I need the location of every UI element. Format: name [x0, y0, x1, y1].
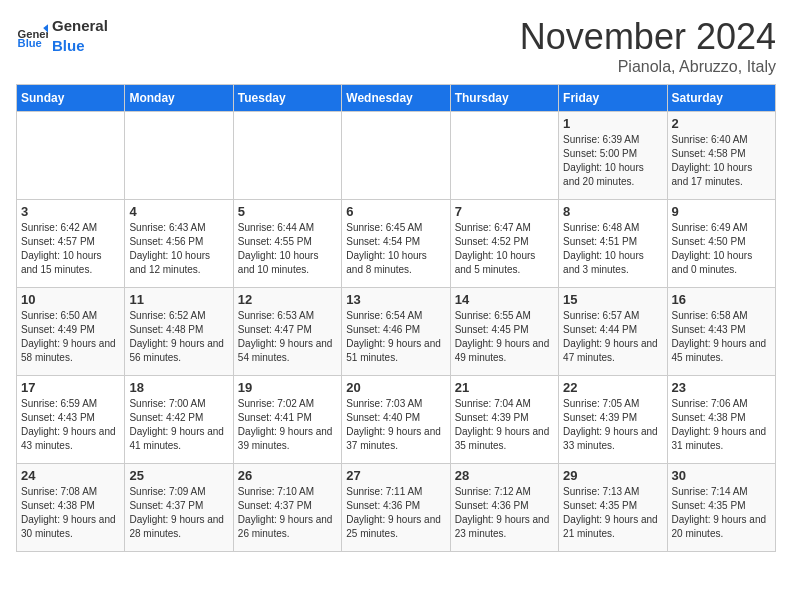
calendar-cell: 28Sunrise: 7:12 AM Sunset: 4:36 PM Dayli… [450, 464, 558, 552]
day-number: 24 [21, 468, 120, 483]
calendar-header-row: SundayMondayTuesdayWednesdayThursdayFrid… [17, 85, 776, 112]
calendar-cell [125, 112, 233, 200]
calendar-week-1: 1Sunrise: 6:39 AM Sunset: 5:00 PM Daylig… [17, 112, 776, 200]
day-info: Sunrise: 7:06 AM Sunset: 4:38 PM Dayligh… [672, 397, 771, 453]
day-info: Sunrise: 7:12 AM Sunset: 4:36 PM Dayligh… [455, 485, 554, 541]
calendar-cell: 29Sunrise: 7:13 AM Sunset: 4:35 PM Dayli… [559, 464, 667, 552]
calendar-cell: 26Sunrise: 7:10 AM Sunset: 4:37 PM Dayli… [233, 464, 341, 552]
calendar-cell: 8Sunrise: 6:48 AM Sunset: 4:51 PM Daylig… [559, 200, 667, 288]
day-number: 28 [455, 468, 554, 483]
calendar-cell: 20Sunrise: 7:03 AM Sunset: 4:40 PM Dayli… [342, 376, 450, 464]
day-number: 6 [346, 204, 445, 219]
calendar-table: SundayMondayTuesdayWednesdayThursdayFrid… [16, 84, 776, 552]
day-number: 12 [238, 292, 337, 307]
day-info: Sunrise: 6:47 AM Sunset: 4:52 PM Dayligh… [455, 221, 554, 277]
day-number: 9 [672, 204, 771, 219]
day-info: Sunrise: 6:55 AM Sunset: 4:45 PM Dayligh… [455, 309, 554, 365]
calendar-cell: 5Sunrise: 6:44 AM Sunset: 4:55 PM Daylig… [233, 200, 341, 288]
calendar-cell: 25Sunrise: 7:09 AM Sunset: 4:37 PM Dayli… [125, 464, 233, 552]
calendar-cell: 24Sunrise: 7:08 AM Sunset: 4:38 PM Dayli… [17, 464, 125, 552]
calendar-week-3: 10Sunrise: 6:50 AM Sunset: 4:49 PM Dayli… [17, 288, 776, 376]
day-number: 19 [238, 380, 337, 395]
day-info: Sunrise: 6:52 AM Sunset: 4:48 PM Dayligh… [129, 309, 228, 365]
day-number: 5 [238, 204, 337, 219]
calendar-cell: 14Sunrise: 6:55 AM Sunset: 4:45 PM Dayli… [450, 288, 558, 376]
day-number: 8 [563, 204, 662, 219]
day-info: Sunrise: 6:58 AM Sunset: 4:43 PM Dayligh… [672, 309, 771, 365]
calendar-cell: 30Sunrise: 7:14 AM Sunset: 4:35 PM Dayli… [667, 464, 775, 552]
day-number: 14 [455, 292, 554, 307]
weekday-header-monday: Monday [125, 85, 233, 112]
logo-icon: General Blue [16, 20, 48, 52]
logo-general-text: General [52, 17, 108, 34]
weekday-header-wednesday: Wednesday [342, 85, 450, 112]
day-info: Sunrise: 6:48 AM Sunset: 4:51 PM Dayligh… [563, 221, 662, 277]
day-info: Sunrise: 7:09 AM Sunset: 4:37 PM Dayligh… [129, 485, 228, 541]
calendar-cell: 27Sunrise: 7:11 AM Sunset: 4:36 PM Dayli… [342, 464, 450, 552]
calendar-cell: 3Sunrise: 6:42 AM Sunset: 4:57 PM Daylig… [17, 200, 125, 288]
day-info: Sunrise: 6:45 AM Sunset: 4:54 PM Dayligh… [346, 221, 445, 277]
calendar-week-5: 24Sunrise: 7:08 AM Sunset: 4:38 PM Dayli… [17, 464, 776, 552]
day-info: Sunrise: 7:10 AM Sunset: 4:37 PM Dayligh… [238, 485, 337, 541]
weekday-header-tuesday: Tuesday [233, 85, 341, 112]
calendar-body: 1Sunrise: 6:39 AM Sunset: 5:00 PM Daylig… [17, 112, 776, 552]
day-info: Sunrise: 6:57 AM Sunset: 4:44 PM Dayligh… [563, 309, 662, 365]
calendar-cell: 18Sunrise: 7:00 AM Sunset: 4:42 PM Dayli… [125, 376, 233, 464]
calendar-cell: 4Sunrise: 6:43 AM Sunset: 4:56 PM Daylig… [125, 200, 233, 288]
calendar-cell: 6Sunrise: 6:45 AM Sunset: 4:54 PM Daylig… [342, 200, 450, 288]
day-info: Sunrise: 7:14 AM Sunset: 4:35 PM Dayligh… [672, 485, 771, 541]
day-number: 16 [672, 292, 771, 307]
calendar-week-4: 17Sunrise: 6:59 AM Sunset: 4:43 PM Dayli… [17, 376, 776, 464]
day-number: 18 [129, 380, 228, 395]
day-info: Sunrise: 7:03 AM Sunset: 4:40 PM Dayligh… [346, 397, 445, 453]
day-number: 13 [346, 292, 445, 307]
calendar-cell: 1Sunrise: 6:39 AM Sunset: 5:00 PM Daylig… [559, 112, 667, 200]
day-number: 15 [563, 292, 662, 307]
day-info: Sunrise: 7:11 AM Sunset: 4:36 PM Dayligh… [346, 485, 445, 541]
calendar-cell: 17Sunrise: 6:59 AM Sunset: 4:43 PM Dayli… [17, 376, 125, 464]
day-number: 22 [563, 380, 662, 395]
day-info: Sunrise: 6:54 AM Sunset: 4:46 PM Dayligh… [346, 309, 445, 365]
title-block: November 2024 Pianola, Abruzzo, Italy [520, 16, 776, 76]
day-info: Sunrise: 7:02 AM Sunset: 4:41 PM Dayligh… [238, 397, 337, 453]
day-number: 11 [129, 292, 228, 307]
weekday-header-saturday: Saturday [667, 85, 775, 112]
calendar-cell: 9Sunrise: 6:49 AM Sunset: 4:50 PM Daylig… [667, 200, 775, 288]
month-title: November 2024 [520, 16, 776, 58]
calendar-cell: 22Sunrise: 7:05 AM Sunset: 4:39 PM Dayli… [559, 376, 667, 464]
day-info: Sunrise: 6:50 AM Sunset: 4:49 PM Dayligh… [21, 309, 120, 365]
day-number: 23 [672, 380, 771, 395]
day-info: Sunrise: 6:44 AM Sunset: 4:55 PM Dayligh… [238, 221, 337, 277]
day-number: 20 [346, 380, 445, 395]
calendar-cell: 23Sunrise: 7:06 AM Sunset: 4:38 PM Dayli… [667, 376, 775, 464]
day-info: Sunrise: 7:00 AM Sunset: 4:42 PM Dayligh… [129, 397, 228, 453]
day-number: 3 [21, 204, 120, 219]
calendar-cell [233, 112, 341, 200]
location: Pianola, Abruzzo, Italy [520, 58, 776, 76]
day-number: 27 [346, 468, 445, 483]
calendar-cell [342, 112, 450, 200]
day-number: 30 [672, 468, 771, 483]
calendar-cell: 10Sunrise: 6:50 AM Sunset: 4:49 PM Dayli… [17, 288, 125, 376]
calendar-cell: 19Sunrise: 7:02 AM Sunset: 4:41 PM Dayli… [233, 376, 341, 464]
day-number: 7 [455, 204, 554, 219]
day-number: 29 [563, 468, 662, 483]
calendar-cell: 12Sunrise: 6:53 AM Sunset: 4:47 PM Dayli… [233, 288, 341, 376]
day-number: 1 [563, 116, 662, 131]
calendar-cell: 2Sunrise: 6:40 AM Sunset: 4:58 PM Daylig… [667, 112, 775, 200]
day-number: 21 [455, 380, 554, 395]
day-info: Sunrise: 6:40 AM Sunset: 4:58 PM Dayligh… [672, 133, 771, 189]
day-number: 17 [21, 380, 120, 395]
calendar-cell: 21Sunrise: 7:04 AM Sunset: 4:39 PM Dayli… [450, 376, 558, 464]
svg-text:Blue: Blue [18, 37, 42, 49]
calendar-cell [450, 112, 558, 200]
logo: General Blue General Blue [16, 16, 108, 56]
day-number: 10 [21, 292, 120, 307]
calendar-cell: 16Sunrise: 6:58 AM Sunset: 4:43 PM Dayli… [667, 288, 775, 376]
calendar-cell [17, 112, 125, 200]
calendar-cell: 7Sunrise: 6:47 AM Sunset: 4:52 PM Daylig… [450, 200, 558, 288]
day-info: Sunrise: 6:43 AM Sunset: 4:56 PM Dayligh… [129, 221, 228, 277]
day-info: Sunrise: 6:42 AM Sunset: 4:57 PM Dayligh… [21, 221, 120, 277]
day-info: Sunrise: 6:49 AM Sunset: 4:50 PM Dayligh… [672, 221, 771, 277]
day-number: 2 [672, 116, 771, 131]
